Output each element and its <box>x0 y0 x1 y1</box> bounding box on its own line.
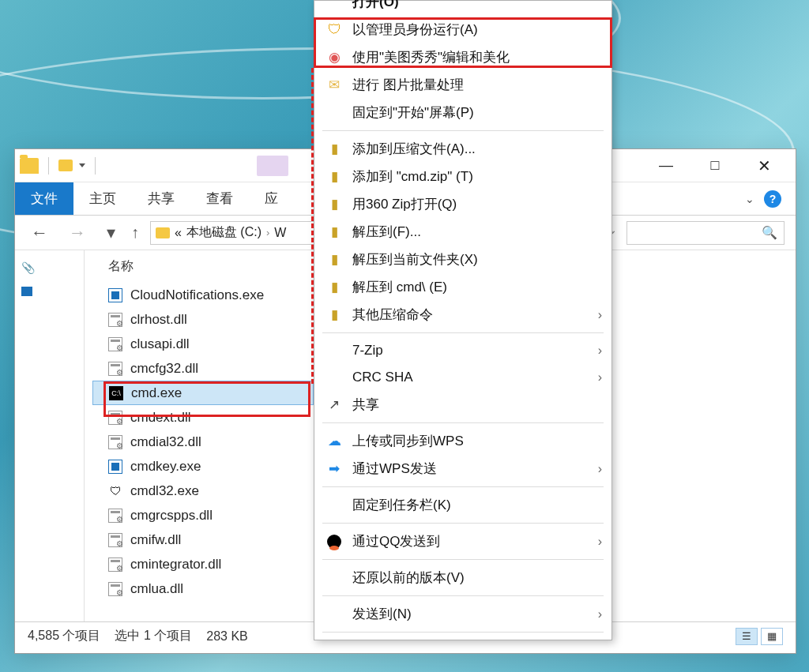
context-menu-item[interactable]: ✉进行 图片批量处理 <box>316 71 610 99</box>
file-name: cmintegrator.dll <box>130 557 221 573</box>
icons-view-button[interactable]: ▦ <box>761 628 783 645</box>
title-area <box>257 156 288 176</box>
search-box[interactable]: 🔍 <box>627 221 785 245</box>
qq-icon <box>325 533 343 550</box>
file-row[interactable]: cmdkey.exe <box>92 454 314 479</box>
dll-icon <box>108 337 122 351</box>
file-row[interactable]: cmgrcspps.dll <box>92 503 314 527</box>
context-menu-item[interactable]: CRC SHA› <box>316 364 610 391</box>
quick-access-toolbar <box>20 157 99 175</box>
maximize-button[interactable]: □ <box>699 154 731 178</box>
file-row[interactable]: clrhost.dll <box>92 307 314 332</box>
minimize-button[interactable]: — <box>650 154 682 178</box>
share-icon: ↗ <box>325 396 343 414</box>
cmd-icon: C:\ <box>109 386 123 400</box>
menu-separator <box>322 559 604 560</box>
dll-icon <box>108 533 122 547</box>
context-menu-item[interactable]: ▮添加到压缩文件(A)... <box>316 135 610 163</box>
file-row[interactable]: cmintegrator.dll <box>92 552 314 576</box>
menu-item-label: 发送到(N) <box>352 605 589 623</box>
folder-icon <box>20 158 39 174</box>
dll-icon <box>108 313 122 327</box>
exe-icon <box>108 460 122 474</box>
zip-icon: ▮ <box>325 168 343 186</box>
file-row[interactable]: cmcfg32.dll <box>92 356 314 381</box>
navigation-pane[interactable]: 📎 <box>15 250 85 621</box>
context-menu-item[interactable]: ▮其他压缩命令› <box>316 301 610 328</box>
file-row[interactable]: CloudNotifications.exe <box>92 283 314 307</box>
context-menu-item[interactable]: ▮解压到 cmd\ (E) <box>316 273 610 301</box>
file-row[interactable]: cmifw.dll <box>92 527 314 552</box>
file-row[interactable]: cmdl32.exe <box>92 479 314 503</box>
forward-button[interactable]: → <box>64 221 91 245</box>
context-menu-item[interactable]: 打开(O) <box>316 0 610 16</box>
tab-application[interactable]: 应 <box>249 182 294 215</box>
sidebar-item[interactable]: 📎 <box>20 258 79 277</box>
context-menu-item[interactable]: ☁上传或同步到WPS <box>316 427 610 455</box>
context-menu-item[interactable]: 7-Zip› <box>316 337 610 364</box>
context-menu[interactable]: 打开(O)🛡以管理员身份运行(A)◉使用"美图秀秀"编辑和美化✉进行 图片批量处… <box>314 0 612 640</box>
zip-icon: ▮ <box>325 251 343 268</box>
context-menu-item[interactable]: ↗共享 <box>316 391 610 419</box>
breadcrumb-segment[interactable]: 本地磁盘 (C:) <box>186 224 262 241</box>
context-menu-item[interactable]: 🛡以管理员身份运行(A) <box>316 16 610 43</box>
zip-icon: ▮ <box>325 141 343 158</box>
file-row[interactable]: cmdial32.dll <box>92 430 314 454</box>
tab-share[interactable]: 共享 <box>132 182 190 215</box>
context-menu-item[interactable]: ➡通过WPS发送› <box>316 455 610 482</box>
context-menu-item[interactable]: 发送到(N)› <box>316 600 610 628</box>
search-input[interactable] <box>634 226 762 239</box>
chevron-right-icon[interactable]: › <box>266 227 269 238</box>
context-menu-item[interactable]: ▮解压到(F)... <box>316 218 610 246</box>
column-header-name[interactable]: 名称 <box>92 255 314 283</box>
history-dropdown-icon[interactable]: ▾ <box>102 221 120 245</box>
file-name: clusapi.dll <box>130 336 190 352</box>
menu-item-label: 还原以前的版本(V) <box>352 569 602 587</box>
file-row[interactable]: cmlua.dll <box>92 576 314 601</box>
up-button[interactable]: ↑ <box>131 223 139 242</box>
context-menu-item[interactable]: 固定到"开始"屏幕(P) <box>316 99 610 126</box>
file-row[interactable]: cmdext.dll <box>92 405 314 430</box>
img-icon: ◉ <box>325 49 343 66</box>
zip-icon: ▮ <box>325 306 343 324</box>
details-view-button[interactable]: ☰ <box>736 628 758 645</box>
zip-icon: ▮ <box>325 196 343 213</box>
context-menu-item[interactable]: ▮添加到 "cmd.zip" (T) <box>316 163 610 190</box>
context-menu-item[interactable]: 通过QQ发送到› <box>316 527 610 555</box>
context-menu-item[interactable]: 还原以前的版本(V) <box>316 564 610 591</box>
breadcrumb-segment[interactable]: W <box>274 226 286 240</box>
context-menu-item[interactable]: 固定到任务栏(K) <box>316 491 610 519</box>
menu-item-label: CRC SHA <box>352 370 589 385</box>
qat-dropdown-icon[interactable] <box>79 163 85 167</box>
help-button[interactable]: ? <box>764 190 781 208</box>
ribbon-collapse-icon[interactable]: ⌄ <box>745 193 754 205</box>
menu-separator <box>322 422 604 423</box>
menu-separator <box>322 130 604 131</box>
tab-view[interactable]: 查看 <box>190 182 249 215</box>
back-button[interactable]: ← <box>26 221 53 245</box>
blank-icon <box>325 569 343 587</box>
menu-item-label: 其他压缩命令 <box>352 306 589 324</box>
submenu-arrow-icon: › <box>598 308 602 322</box>
sidebar-item[interactable] <box>20 283 79 299</box>
context-menu-item[interactable]: ▮解压到当前文件夹(X) <box>316 246 610 273</box>
dll-icon <box>108 435 122 449</box>
file-name: cmd.exe <box>131 385 182 401</box>
submenu-arrow-icon: › <box>598 462 602 476</box>
submenu-arrow-icon: › <box>598 607 602 621</box>
menu-separator <box>322 332 604 333</box>
context-menu-item[interactable]: ◉使用"美图秀秀"编辑和美化 <box>316 43 610 71</box>
cloud-icon: ☁ <box>325 433 343 450</box>
context-menu-item[interactable]: ▮用360 Zip打开(Q) <box>316 190 610 218</box>
shield-icon: 🛡 <box>325 21 343 39</box>
menu-item-label: 解压到当前文件夹(X) <box>352 250 602 268</box>
file-row[interactable]: C:\cmd.exe <box>92 381 314 405</box>
tab-home[interactable]: 主页 <box>73 182 132 215</box>
folder-small-icon[interactable] <box>58 160 73 171</box>
file-row[interactable]: clusapi.dll <box>92 332 314 356</box>
search-icon[interactable]: 🔍 <box>762 225 777 240</box>
file-name: cmdkey.exe <box>130 459 201 475</box>
menu-item-label: 添加到压缩文件(A)... <box>352 140 602 158</box>
tab-file[interactable]: 文件 <box>15 182 73 215</box>
close-button[interactable]: ✕ <box>748 154 780 178</box>
